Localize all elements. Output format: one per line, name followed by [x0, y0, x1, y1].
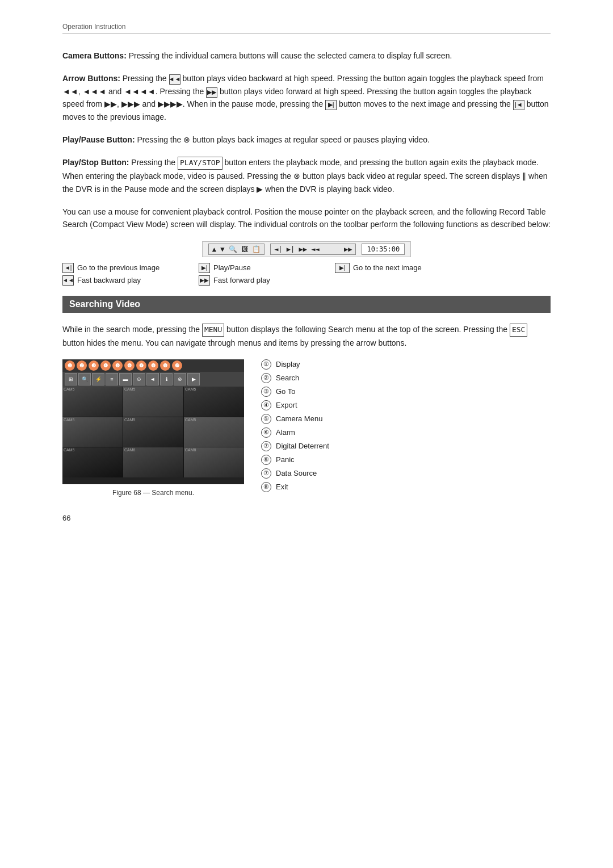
- play-stop-btn: PLAY/STOP: [178, 157, 222, 170]
- menu-item-panic: ⑧ Panic: [261, 455, 551, 465]
- menu-label-export: Export: [276, 401, 297, 409]
- menu-label-search: Search: [276, 374, 299, 382]
- menu-icon-grid: ⊞: [65, 373, 77, 385]
- cam-num-1: ❶: [65, 360, 75, 371]
- toolbar-illustration: ▲ ▼ 🔍 🖼 📋 ◄| ▶| ▶▶ ◄◄ ▶▶ 10:35:00: [62, 241, 551, 257]
- esc-btn: ESC: [510, 324, 527, 337]
- forward-btn-icon: ▶▶: [206, 87, 217, 98]
- arrow-buttons-text4: button moves to the next image and press…: [337, 99, 513, 108]
- menu-num-8: ⑧: [261, 455, 271, 465]
- search-screenshot-container: ❶ ❷ ❸ ❹ ❺ ❻ ❼ ❽ ❾ ❿ ⊞ 🔍 ⚡ ≡ ▬: [62, 359, 244, 497]
- play-pause-icon: ▶|: [199, 263, 210, 273]
- play-pause-label: Play/Pause: [213, 263, 251, 272]
- play-stop-para: Play/Stop Button: Pressing the PLAY/STOP…: [62, 156, 551, 195]
- menu-icon-info: ℹ: [160, 373, 173, 385]
- menu-num-9: ⑦: [261, 468, 271, 479]
- next-image-icon: ▶|: [335, 263, 350, 273]
- menu-item-display: ① Display: [261, 359, 551, 370]
- prev-btn-icon: |◄: [513, 100, 524, 110]
- next-image-label: Go to the next image: [353, 263, 422, 272]
- search-text3: button hides the menu. You can navigate …: [62, 338, 406, 347]
- menu-icon-clock: ⊙: [133, 373, 145, 385]
- toolbar-left-icons: ▲ ▼ 🔍 🖼 📋: [208, 244, 264, 255]
- play-stop-term: Play/Stop Button:: [62, 158, 129, 167]
- menu-item-camera-menu: ⑤ Camera Menu: [261, 414, 551, 424]
- menu-num-4: ④: [261, 400, 271, 410]
- menu-num-2: ②: [261, 373, 271, 383]
- menu-item-digital-deterrent: ⑦ Digital Deterrent: [261, 441, 551, 451]
- menu-label-camera-menu: Camera Menu: [276, 414, 322, 423]
- menu-item-goto: ③ Go To: [261, 387, 551, 397]
- toolbar-time: 10:35:00: [362, 244, 405, 255]
- toolbar-middle: ◄| ▶| ▶▶ ◄◄ ▶▶: [270, 244, 356, 255]
- fast-backward-label: Fast backward play: [77, 276, 141, 284]
- camera-buttons-para: Camera Buttons: Pressing the individual …: [62, 49, 551, 62]
- menu-icon-rect: ▬: [119, 373, 132, 385]
- cam-num-2: ❷: [77, 360, 87, 371]
- cam-cell-7: CAM5: [62, 447, 123, 477]
- cam-num-10: ❿: [172, 360, 182, 371]
- play-stop-text1: Pressing the: [129, 158, 178, 167]
- search-menu-list: ① Display ② Search ③ Go To ④ Export ⑤ Ca…: [261, 359, 551, 497]
- menu-icon-search: 🔍: [78, 373, 91, 385]
- menu-label-data-source: Data Source: [276, 469, 317, 477]
- cam-cell-6: CAM5: [184, 417, 244, 447]
- fast-forward-icon: ▶▶: [199, 275, 210, 286]
- screen-cams: CAM5 CAM5 CAM5 CAM5: [62, 387, 244, 477]
- fast-forward-ctrl: ▶▶ Fast forward play: [199, 275, 312, 286]
- play-pause-para: Play/Pause Button: Pressing the ⊗ button…: [62, 133, 551, 146]
- search-text1: While in the search mode, pressing the: [62, 325, 202, 334]
- cam-num-4: ❹: [100, 360, 111, 371]
- cam-cell-2: CAM5: [123, 387, 183, 417]
- menu-icon-cross: ⊗: [174, 373, 186, 385]
- mouse-text: You can use a mouse for convenient playb…: [62, 207, 551, 229]
- cam-cell-8: CAM8: [123, 447, 183, 477]
- breadcrumb: Operation Instruction: [62, 23, 551, 33]
- menu-label-display: Display: [276, 360, 300, 368]
- cam-num-9: ❾: [160, 360, 170, 371]
- search-text2: button displays the following Search men…: [224, 325, 510, 334]
- menu-num-5: ⑤: [261, 414, 271, 424]
- section-header-text: Searching Video: [69, 299, 140, 309]
- menu-btn: MENU: [202, 324, 224, 337]
- next-image-ctrl: ▶| Go to the next image: [335, 263, 448, 273]
- menu-label-goto: Go To: [276, 387, 295, 396]
- menu-icon-lightning: ⚡: [92, 373, 104, 385]
- menu-label-exit: Exit: [276, 483, 288, 491]
- cam-cell-1: CAM5: [62, 387, 123, 417]
- menu-icon-speaker: ◄: [146, 373, 159, 385]
- page-number: 66: [62, 514, 551, 522]
- menu-num-10: ⑧: [261, 482, 271, 492]
- cam-cell-3: CAM5: [184, 387, 244, 417]
- mouse-para: You can use a mouse for convenient playb…: [62, 206, 551, 231]
- cam-cell-5: CAM5: [123, 417, 183, 447]
- menu-num-6: ⑥: [261, 427, 271, 438]
- cam-num-3: ❸: [89, 360, 99, 371]
- backward-btn-icon: ◄◄: [169, 74, 180, 85]
- prev-image-label: Go to the previous image: [77, 263, 159, 272]
- camera-buttons-text: Pressing the individual camera buttons w…: [127, 51, 452, 60]
- arrow-buttons-para: Arrow Buttons: Pressing the ◄◄ button pl…: [62, 72, 551, 123]
- arrow-buttons-text1: Pressing the: [120, 74, 169, 83]
- arrow-buttons-term: Arrow Buttons:: [62, 74, 120, 83]
- menu-label-panic: Panic: [276, 455, 295, 464]
- menu-label-digital-deterrent: Digital Deterrent: [276, 442, 329, 450]
- menu-item-exit: ⑧ Exit: [261, 482, 551, 492]
- menu-label-alarm: Alarm: [276, 428, 295, 437]
- cam-num-7: ❼: [136, 360, 146, 371]
- camera-buttons-term: Camera Buttons:: [62, 51, 127, 60]
- controls-row-2: ◄◄ Fast backward play ▶▶ Fast forward pl…: [62, 275, 551, 286]
- cam-cell-9: CAM8: [184, 447, 244, 477]
- screen-top-bar: ❶ ❷ ❸ ❹ ❺ ❻ ❼ ❽ ❾ ❿: [62, 359, 244, 372]
- play-pause-text: Pressing the ⊗ button plays back images …: [135, 135, 430, 144]
- search-para: While in the search mode, pressing the M…: [62, 323, 551, 349]
- controls-legend: ◄| Go to the previous image ▶| Play/Paus…: [62, 263, 551, 286]
- prev-image-ctrl: ◄| Go to the previous image: [62, 263, 176, 273]
- menu-item-export: ④ Export: [261, 400, 551, 410]
- fast-backward-icon: ◄◄: [62, 275, 74, 286]
- next-btn-icon: ▶|: [325, 100, 337, 110]
- search-screenshot: ❶ ❷ ❸ ❹ ❺ ❻ ❼ ❽ ❾ ❿ ⊞ 🔍 ⚡ ≡ ▬: [62, 359, 244, 484]
- figure-caption: Figure 68 — Search menu.: [112, 489, 194, 497]
- menu-item-data-source: ⑦ Data Source: [261, 468, 551, 479]
- prev-image-icon: ◄|: [62, 263, 74, 273]
